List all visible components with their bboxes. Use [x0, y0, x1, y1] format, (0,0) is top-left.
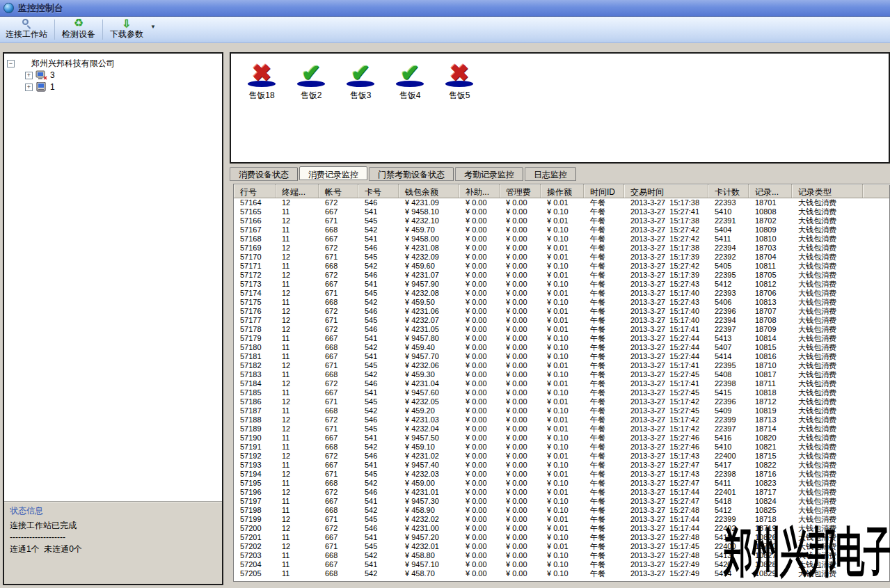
column-header-10[interactable]: 交易时间 [624, 184, 708, 198]
table-row[interactable]: 5717412671545¥ 4232.08¥ 0.00¥ 0.00¥ 0.01… [234, 289, 889, 298]
table-row[interactable]: 5717612672546¥ 4231.06¥ 0.00¥ 0.00¥ 0.01… [234, 307, 889, 316]
table-row[interactable]: 5718912671545¥ 4232.04¥ 0.00¥ 0.00¥ 0.01… [234, 424, 889, 434]
device-status-mark: ✔ [289, 59, 333, 87]
table-row[interactable]: 5717911667541¥ 9457.80¥ 0.00¥ 0.00¥ 0.10… [234, 334, 889, 343]
table-row[interactable]: 5716912672546¥ 4231.08¥ 0.00¥ 0.00¥ 0.01… [234, 244, 889, 253]
column-header-4[interactable]: 卡号 [358, 184, 399, 198]
table-cell: 12 [276, 289, 319, 298]
table-row[interactable]: 5719511668542¥ 459.00¥ 0.00¥ 0.00¥ 0.10午… [234, 479, 889, 488]
table-cell: ¥ 0.10 [541, 551, 584, 560]
table-cell: ¥ 0.00 [500, 434, 541, 443]
table-row[interactable]: 5718111667541¥ 9457.70¥ 0.00¥ 0.00¥ 0.10… [234, 352, 889, 361]
table-cell: 22397 [708, 325, 749, 334]
column-header-12[interactable]: 记录... [749, 184, 792, 198]
table-cell: 541 [358, 434, 399, 443]
table-cell: 668 [319, 343, 358, 352]
column-header-13[interactable]: 记录类型 [792, 184, 863, 198]
table-cell: ¥ 0.10 [541, 225, 584, 235]
tab-1[interactable]: 消费设备状态 [230, 167, 298, 181]
tab-4[interactable]: 考勤记录监控 [455, 167, 523, 181]
tree-root-label: 郑州兴邦科技有限公司 [31, 58, 115, 70]
dropdown-arrow-icon[interactable]: ▼ [149, 24, 160, 35]
table-cell: 大钱包消费 [792, 343, 863, 352]
column-header-6[interactable]: 补助... [459, 184, 500, 198]
tab-5[interactable]: 日志监控 [525, 167, 576, 181]
toolbar-button-2[interactable]: ♻检测设备 [56, 17, 101, 42]
table-row[interactable]: 5717212672546¥ 4231.07¥ 0.00¥ 0.00¥ 0.01… [234, 271, 889, 280]
table-cell: 18706 [749, 289, 792, 298]
table-cell: 546 [358, 524, 399, 533]
table-row[interactable]: 5719412671545¥ 4232.03¥ 0.00¥ 0.00¥ 0.01… [234, 470, 889, 479]
collapse-icon[interactable]: − [7, 60, 15, 67]
column-header-11[interactable]: 卡计数 [708, 184, 749, 198]
table-row[interactable]: 5719612672546¥ 4231.01¥ 0.00¥ 0.00¥ 0.01… [234, 488, 889, 497]
table-cell: ¥ 0.00 [500, 207, 541, 216]
table-cell: 5418 [708, 497, 749, 506]
status-panel: 状态信息 连接工作站已完成--------------------连通1个 未连… [4, 501, 222, 584]
device-item-售饭18[interactable]: ✖售饭18 [239, 59, 284, 102]
table-row[interactable]: 5719711667541¥ 9457.30¥ 0.00¥ 0.00¥ 0.10… [234, 497, 889, 506]
tree-root[interactable]: − 郑州兴邦科技有限公司 [7, 58, 219, 69]
table-cell: 2013-3-27 15:27:46 [624, 434, 708, 443]
tree-node-3[interactable]: +3 [25, 70, 219, 81]
table-cell: 668 [319, 569, 358, 578]
device-item-售饭2[interactable]: ✔售饭2 [289, 59, 333, 102]
table-cell: 5412 [708, 506, 749, 515]
table-row[interactable]: 5719111668542¥ 459.10¥ 0.00¥ 0.00¥ 0.10午… [234, 443, 889, 452]
table-row[interactable]: 5719811668542¥ 458.90¥ 0.00¥ 0.00¥ 0.10午… [234, 506, 889, 515]
column-header-3[interactable]: 帐号 [319, 184, 358, 198]
expand-icon[interactable]: + [25, 72, 33, 79]
table-cell: 午餐 [584, 406, 624, 415]
table-cell: 2013-3-27 15:17:38 [624, 216, 708, 225]
tab-3[interactable]: 门禁考勤设备状态 [369, 167, 454, 181]
table-row[interactable]: 5718212671545¥ 4232.06¥ 0.00¥ 0.00¥ 0.01… [234, 361, 889, 370]
tree-node-1[interactable]: +1 [25, 81, 219, 93]
column-header-5[interactable]: 钱包余额 [399, 184, 459, 198]
table-row[interactable]: 5718011668542¥ 459.40¥ 0.00¥ 0.00¥ 0.10午… [234, 343, 889, 352]
table-row[interactable]: 5718612671545¥ 4232.05¥ 0.00¥ 0.00¥ 0.01… [234, 397, 889, 406]
tab-2[interactable]: 消费记录监控 [299, 166, 367, 180]
column-header-7[interactable]: 管理费 [500, 184, 541, 198]
table-row[interactable]: 5716711668542¥ 459.70¥ 0.00¥ 0.00¥ 0.10午… [234, 225, 889, 235]
column-header-9[interactable]: 时间ID [584, 184, 624, 198]
toolbar-button-1[interactable]: 连接工作站 [0, 17, 53, 42]
column-header-1[interactable]: 行号 [234, 184, 276, 198]
table-row[interactable]: 5718412672546¥ 4231.04¥ 0.00¥ 0.00¥ 0.01… [234, 379, 889, 388]
device-item-售饭4[interactable]: ✔售饭4 [388, 59, 432, 102]
refresh-icon: ♻ [74, 17, 84, 29]
table-row[interactable]: 5716511667541¥ 9458.10¥ 0.00¥ 0.00¥ 0.10… [234, 207, 889, 216]
table-row[interactable]: 5716412672546¥ 4231.09¥ 0.00¥ 0.00¥ 0.01… [234, 198, 889, 207]
table-cell: ¥ 0.00 [459, 244, 500, 253]
table-cell: 2013-3-27 15:27:46 [624, 443, 708, 452]
table-row[interactable]: 5717712671545¥ 4232.07¥ 0.00¥ 0.00¥ 0.01… [234, 316, 889, 325]
column-header-14[interactable] [863, 184, 890, 198]
table-cell: 10822 [749, 461, 792, 470]
table-cell: 667 [319, 461, 358, 470]
table-row[interactable]: 5718711668542¥ 459.20¥ 0.00¥ 0.00¥ 0.10午… [234, 406, 889, 415]
table-row[interactable]: 5717812672546¥ 4231.05¥ 0.00¥ 0.00¥ 0.01… [234, 325, 889, 334]
table-row[interactable]: 5719212672546¥ 4231.02¥ 0.00¥ 0.00¥ 0.01… [234, 452, 889, 461]
table-cell: 2013-3-27 15:27:45 [624, 406, 708, 415]
column-header-8[interactable]: 操作额 [541, 184, 584, 198]
table-cell: ¥ 4231.09 [399, 198, 459, 207]
table-row[interactable]: 5717311667541¥ 9457.90¥ 0.00¥ 0.00¥ 0.10… [234, 280, 889, 289]
toolbar-button-3[interactable]: ⇩下载参数 [104, 17, 149, 42]
table-row[interactable]: 5718812672546¥ 4231.03¥ 0.00¥ 0.00¥ 0.01… [234, 415, 889, 424]
table-cell: ¥ 0.00 [459, 542, 500, 551]
table-row[interactable]: 5719311667541¥ 9457.40¥ 0.00¥ 0.00¥ 0.10… [234, 461, 889, 470]
table-row[interactable]: 5716612671545¥ 4232.10¥ 0.00¥ 0.00¥ 0.01… [234, 216, 889, 225]
table-row[interactable]: 5717511668542¥ 459.50¥ 0.00¥ 0.00¥ 0.10午… [234, 298, 889, 307]
device-item-售饭5[interactable]: ✖售饭5 [437, 59, 482, 102]
table-row[interactable]: 5716811667541¥ 9458.00¥ 0.00¥ 0.00¥ 0.10… [234, 235, 889, 244]
expand-icon[interactable]: + [25, 84, 33, 91]
table-row[interactable]: 5717012671545¥ 4232.09¥ 0.00¥ 0.00¥ 0.01… [234, 253, 889, 262]
table-cell: 2013-3-27 15:17:41 [624, 379, 708, 388]
table-row[interactable]: 5718511667541¥ 9457.60¥ 0.00¥ 0.00¥ 0.10… [234, 388, 889, 397]
column-header-2[interactable]: 终端... [276, 184, 319, 198]
table-row[interactable]: 5719011667541¥ 9457.50¥ 0.00¥ 0.00¥ 0.10… [234, 434, 889, 443]
table-cell: ¥ 0.01 [541, 216, 584, 225]
table-row[interactable]: 5717111668542¥ 459.60¥ 0.00¥ 0.00¥ 0.10午… [234, 262, 889, 271]
table-row[interactable]: 5718311668542¥ 459.30¥ 0.00¥ 0.00¥ 0.10午… [234, 370, 889, 379]
device-item-售饭3[interactable]: ✔售饭3 [338, 59, 383, 102]
device-online-check-icon: ✔ [289, 59, 333, 88]
